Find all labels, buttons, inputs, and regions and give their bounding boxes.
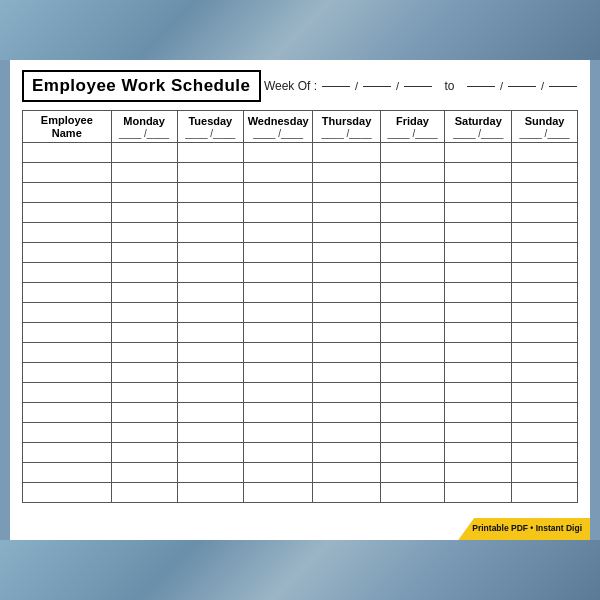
table-cell: [177, 423, 243, 443]
table-cell: [380, 383, 445, 403]
table-cell: [111, 383, 177, 403]
table-cell: [380, 343, 445, 363]
table-cell: [177, 183, 243, 203]
table-cell: [177, 163, 243, 183]
table-cell: [313, 203, 380, 223]
table-cell: [313, 303, 380, 323]
table-cell: [380, 403, 445, 423]
table-cell: [244, 223, 313, 243]
col-header-employee: Employee Name: [23, 111, 112, 143]
table-cell: [512, 483, 578, 503]
col-header-sunday: Sunday ____ /____: [512, 111, 578, 143]
table-cell: [111, 143, 177, 163]
bg-bottom: [0, 540, 600, 600]
table-cell: [23, 303, 112, 323]
table-cell: [313, 263, 380, 283]
table-cell: [313, 143, 380, 163]
table-row: [23, 423, 578, 443]
table-cell: [445, 443, 512, 463]
table-row: [23, 303, 578, 323]
table-row: [23, 243, 578, 263]
table-cell: [445, 483, 512, 503]
table-cell: [313, 403, 380, 423]
table-cell: [512, 203, 578, 223]
table-row: [23, 443, 578, 463]
table-cell: [111, 243, 177, 263]
table-cell: [445, 383, 512, 403]
table-cell: [445, 343, 512, 363]
table-cell: [177, 283, 243, 303]
table-cell: [23, 403, 112, 423]
table-cell: [23, 263, 112, 283]
schedule-table: Employee Name Monday ____ /____ Tuesday …: [22, 110, 578, 503]
col-header-thursday: Thursday ____ /____: [313, 111, 380, 143]
table-cell: [23, 203, 112, 223]
table-cell: [380, 423, 445, 443]
table-cell: [512, 323, 578, 343]
table-cell: [380, 183, 445, 203]
table-row: [23, 163, 578, 183]
table-cell: [111, 183, 177, 203]
table-cell: [177, 403, 243, 423]
table-cell: [177, 343, 243, 363]
title-box: Employee Work Schedule: [22, 70, 261, 102]
table-cell: [445, 323, 512, 343]
table-cell: [512, 343, 578, 363]
week-end-month: [467, 86, 495, 87]
table-cell: [313, 283, 380, 303]
table-row: [23, 403, 578, 423]
table-cell: [177, 323, 243, 343]
table-cell: [23, 183, 112, 203]
table-cell: [23, 223, 112, 243]
table-cell: [23, 243, 112, 263]
table-cell: [23, 143, 112, 163]
table-cell: [512, 263, 578, 283]
col-header-wednesday: Wednesday ____ /____: [244, 111, 313, 143]
table-cell: [23, 163, 112, 183]
header-row: Employee Work Schedule Week Of : // to /…: [22, 70, 578, 102]
table-cell: [380, 203, 445, 223]
table-cell: [445, 283, 512, 303]
table-cell: [445, 423, 512, 443]
table-cell: [244, 343, 313, 363]
table-cell: [445, 243, 512, 263]
table-cell: [244, 323, 313, 343]
table-cell: [23, 423, 112, 443]
table-cell: [380, 303, 445, 323]
table-cell: [380, 323, 445, 343]
table-cell: [512, 403, 578, 423]
table-cell: [111, 463, 177, 483]
table-cell: [512, 303, 578, 323]
table-cell: [313, 323, 380, 343]
table-cell: [177, 363, 243, 383]
table-cell: [244, 383, 313, 403]
table-row: [23, 463, 578, 483]
table-cell: [111, 363, 177, 383]
table-row: [23, 143, 578, 163]
table-cell: [512, 163, 578, 183]
table-cell: [177, 483, 243, 503]
table-cell: [111, 423, 177, 443]
page-title: Employee Work Schedule: [32, 76, 251, 95]
table-cell: [177, 263, 243, 283]
table-cell: [380, 283, 445, 303]
table-cell: [380, 443, 445, 463]
week-of-section: Week Of : // to //: [264, 79, 578, 93]
table-cell: [111, 483, 177, 503]
table-cell: [23, 383, 112, 403]
table-cell: [244, 183, 313, 203]
table-cell: [244, 303, 313, 323]
week-end-day: [508, 86, 536, 87]
table-cell: [177, 463, 243, 483]
badge: Printable PDF • Instant Digi: [458, 518, 590, 540]
col-header-monday: Monday ____ /____: [111, 111, 177, 143]
table-cell: [512, 443, 578, 463]
table-cell: [244, 283, 313, 303]
table-cell: [512, 383, 578, 403]
table-cell: [313, 163, 380, 183]
table-cell: [445, 403, 512, 423]
table-cell: [23, 363, 112, 383]
table-row: [23, 343, 578, 363]
table-cell: [380, 243, 445, 263]
table-cell: [111, 343, 177, 363]
